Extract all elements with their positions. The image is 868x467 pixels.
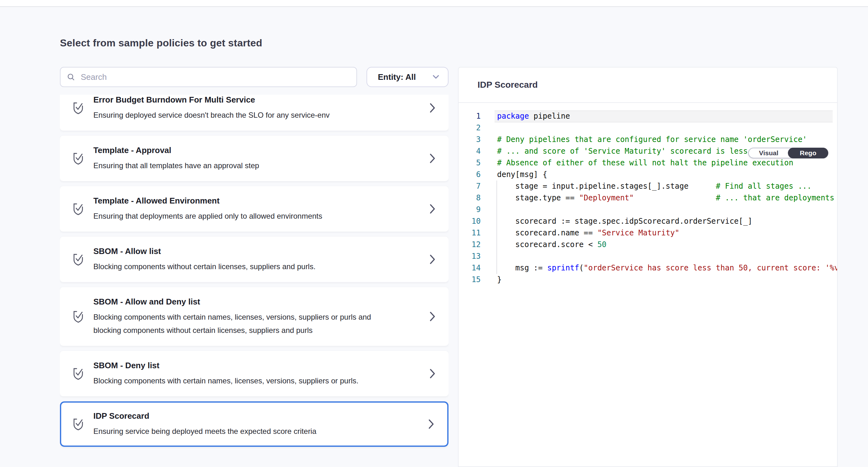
policy-shield-check-icon <box>72 152 84 165</box>
line-number: 12 <box>459 239 481 251</box>
policy-card-body: Template - Allowed Environment Ensuring … <box>93 196 322 223</box>
code-line: 14 msg := sprintf("orderService has scor… <box>459 262 837 274</box>
policy-card-body: SBOM - Allow list Blocking components wi… <box>93 246 315 273</box>
policy-card[interactable]: SBOM - Allow list Blocking components wi… <box>60 237 448 282</box>
code-line: 9 <box>459 204 837 215</box>
policy-title: SBOM - Allow list <box>93 246 315 256</box>
policy-card-body: Error Budget Burndown For Multi Service … <box>93 95 330 122</box>
line-number: 2 <box>459 122 481 134</box>
policy-card-body: SBOM - Allow and Deny list Blocking comp… <box>93 297 382 337</box>
policy-card[interactable]: SBOM - Deny list Blocking components wit… <box>60 351 448 396</box>
policy-description: Blocking components with certain names, … <box>93 311 382 337</box>
line-content: # Deny pipelines that are configured for… <box>497 134 807 145</box>
policy-description: Blocking components without certain lice… <box>93 260 315 273</box>
chevron-right-icon <box>430 312 435 322</box>
policy-shield-check-icon <box>72 367 84 381</box>
policy-list: Error Budget Burndown For Multi Service … <box>60 95 448 465</box>
rego-code-editor[interactable]: 1package pipeline23# Deny pipelines that… <box>459 103 837 467</box>
policy-shield-check-icon <box>72 310 84 323</box>
policy-card-body: SBOM - Deny list Blocking components wit… <box>93 360 358 387</box>
line-number: 15 <box>459 274 481 286</box>
line-content: msg := sprintf("orderService has score l… <box>497 262 838 274</box>
chevron-right-icon <box>428 419 434 429</box>
line-content: scorecard := stage.spec.idpScorecard.ord… <box>497 215 752 227</box>
page-title: Select from sample policies to get start… <box>60 37 262 49</box>
chevron-right-icon <box>430 153 435 164</box>
line-number: 9 <box>459 204 481 215</box>
panel-header: IDP Scorecard <box>459 67 837 103</box>
line-number: 13 <box>459 251 481 262</box>
policy-card[interactable]: Template - Allowed Environment Ensuring … <box>60 186 448 232</box>
policy-description: Ensuring deployed service doesn't breach… <box>93 109 330 122</box>
line-number: 3 <box>459 134 481 145</box>
line-number: 1 <box>459 111 481 122</box>
policy-card[interactable]: IDP Scorecard Ensuring service being dep… <box>60 401 448 447</box>
code-line: 1package pipeline <box>459 111 837 122</box>
line-content: stage = input.pipeline.stages[_].stage #… <box>497 180 811 192</box>
line-content: stage.type == "Deployment" # ... that ar… <box>497 192 834 204</box>
search-input[interactable] <box>81 72 350 82</box>
line-content: } <box>497 274 501 286</box>
policy-detail-panel: IDP Scorecard 1package pipeline23# Deny … <box>458 67 838 467</box>
code-line: 6deny[msg] { <box>459 169 837 180</box>
policy-title: Template - Allowed Environment <box>93 196 322 206</box>
line-content: package pipeline <box>497 111 570 122</box>
code-line: 11 scorecard.name == "Service Maturity" <box>459 227 837 239</box>
sample-policies-screen: Select from sample policies to get start… <box>0 0 868 467</box>
chevron-down-icon <box>432 75 440 80</box>
policy-description: Ensuring that all templates have an appr… <box>93 159 259 172</box>
policy-description: Ensuring that deployments are applied on… <box>93 209 322 223</box>
visual-toggle-button[interactable]: Visual <box>749 148 788 158</box>
chevron-right-icon <box>430 204 435 214</box>
top-bar <box>0 0 868 7</box>
code-line: 2 <box>459 122 837 134</box>
policy-card-body: IDP Scorecard Ensuring service being dep… <box>93 411 316 438</box>
code-line: 10 scorecard := stage.spec.idpScorecard.… <box>459 215 837 227</box>
line-content: scorecard.score < 50 <box>497 239 607 251</box>
policy-description: Blocking components with certain names, … <box>93 374 358 387</box>
visual-rego-toggle: Visual Rego <box>748 148 828 158</box>
policy-title: Template - Approval <box>93 145 259 155</box>
policy-card[interactable]: SBOM - Allow and Deny list Blocking comp… <box>60 287 448 346</box>
search-icon <box>67 73 75 81</box>
entity-filter-label: Entity: All <box>378 72 416 82</box>
policy-card[interactable]: Template - Approval Ensuring that all te… <box>60 136 448 181</box>
policy-title: IDP Scorecard <box>93 411 316 421</box>
policy-card-body: Template - Approval Ensuring that all te… <box>93 145 259 172</box>
code-line: 8 stage.type == "Deployment" # ... that … <box>459 192 837 204</box>
policy-title: Error Budget Burndown For Multi Service <box>93 95 330 105</box>
line-content: scorecard.name == "Service Maturity" <box>497 227 679 239</box>
policy-shield-check-icon <box>72 418 84 431</box>
policy-title: SBOM - Allow and Deny list <box>93 297 382 307</box>
line-number: 10 <box>459 215 481 227</box>
line-content: # Absence of either of these will not ha… <box>497 157 793 169</box>
code-line: 7 stage = input.pipeline.stages[_].stage… <box>459 180 837 192</box>
line-number: 11 <box>459 227 481 239</box>
panel-title: IDP Scorecard <box>477 80 538 90</box>
policy-shield-check-icon <box>72 253 84 266</box>
line-content: # ... and score of 'Service Maturity' sc… <box>497 145 789 157</box>
line-number: 6 <box>459 169 481 180</box>
line-number: 5 <box>459 157 481 169</box>
policy-description: Ensuring service being deployed meets th… <box>93 425 316 438</box>
policy-shield-check-icon <box>72 101 84 115</box>
line-number: 4 <box>459 145 481 157</box>
policy-shield-check-icon <box>72 203 84 216</box>
rego-toggle-button[interactable]: Rego <box>788 148 828 158</box>
search-box[interactable] <box>60 67 357 87</box>
chevron-right-icon <box>430 103 435 113</box>
line-number: 8 <box>459 192 481 204</box>
code-line: 15} <box>459 274 837 286</box>
code-line: 13 <box>459 251 837 262</box>
code-line: 5# Absence of either of these will not h… <box>459 157 837 169</box>
entity-filter-dropdown[interactable]: Entity: All <box>367 67 448 87</box>
chevron-right-icon <box>430 369 435 379</box>
policy-title: SBOM - Deny list <box>93 360 358 371</box>
line-number: 7 <box>459 180 481 192</box>
chevron-right-icon <box>430 254 435 264</box>
code-line: 3# Deny pipelines that are configured fo… <box>459 134 837 145</box>
policy-card[interactable]: Error Budget Burndown For Multi Service … <box>60 95 448 130</box>
line-content: deny[msg] { <box>497 169 547 180</box>
code-line: 12 scorecard.score < 50 <box>459 239 837 251</box>
code-lines: 1package pipeline23# Deny pipelines that… <box>459 111 837 286</box>
